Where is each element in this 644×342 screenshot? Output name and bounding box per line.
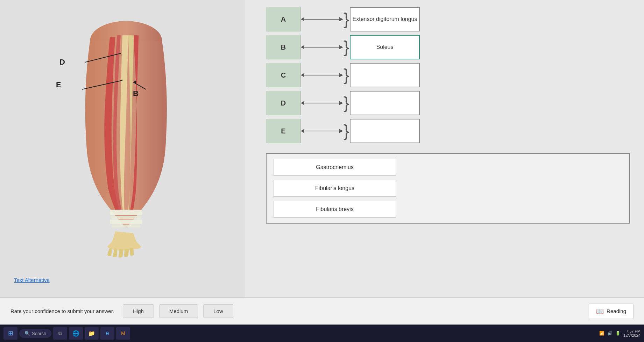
- match-label-d: D: [266, 91, 301, 115]
- label-b: B: [133, 89, 139, 98]
- label-d: D: [59, 58, 65, 67]
- start-button[interactable]: ⊞: [3, 327, 17, 340]
- arrow-line-a: [301, 19, 343, 20]
- brace-d: }: [344, 95, 349, 111]
- low-confidence-button[interactable]: Low: [203, 304, 233, 318]
- right-panel: A } Extensor digitorum longus B }: [245, 0, 644, 304]
- matching-section: A } Extensor digitorum longus B }: [266, 7, 630, 143]
- arrow-line-e: [301, 131, 343, 131]
- taskbar: ⊞ 🔍 Search ⧉ 🌐 📁 e M 📶 🔊 🔋 7:57 PM 12/7/…: [0, 325, 644, 342]
- brace-c: }: [344, 67, 349, 83]
- search-icon: 🔍: [24, 331, 30, 336]
- bottom-bar: Rate your confidence to submit your answ…: [0, 297, 644, 325]
- arrow-connector-a: [301, 19, 343, 20]
- brace-b: }: [344, 39, 349, 56]
- left-panel: D E B Text Alternative: [0, 0, 245, 304]
- windows-icon: ⊞: [8, 329, 13, 337]
- medium-confidence-button[interactable]: Medium: [159, 304, 198, 318]
- reading-icon: 📖: [596, 307, 604, 315]
- option-gastrocnemius[interactable]: Gastrocnemius: [274, 159, 396, 176]
- answer-box-c[interactable]: [350, 63, 420, 87]
- high-confidence-button[interactable]: High: [123, 304, 154, 318]
- arrow-connector-b: [301, 47, 343, 48]
- arrow-connector-d: [301, 103, 343, 103]
- answer-box-b[interactable]: Soleus: [350, 35, 420, 59]
- answer-options-section: Gastrocnemius Fibularis longus Fibularis…: [266, 153, 630, 224]
- volume-icon: 🔊: [607, 331, 613, 336]
- taskbar-right: 📶 🔊 🔋 7:57 PM 12/7/2024: [599, 329, 641, 337]
- answer-box-e[interactable]: [350, 119, 420, 143]
- reading-button[interactable]: 📖 Reading: [589, 304, 634, 319]
- match-row-e: E }: [266, 119, 630, 143]
- text-alternative-link[interactable]: Text Alternative: [14, 277, 50, 283]
- label-e: E: [56, 80, 61, 89]
- arrow-connector-e: [301, 131, 343, 131]
- battery-icon: 🔋: [615, 331, 621, 336]
- match-label-a: A: [266, 7, 301, 31]
- match-row-c: C }: [266, 63, 630, 87]
- brace-a: }: [344, 11, 349, 28]
- wifi-icon: 📶: [599, 331, 604, 336]
- anatomy-image-container: D E B: [49, 19, 196, 264]
- match-row-b: B } Soleus: [266, 35, 630, 59]
- brace-e: }: [344, 123, 349, 139]
- taskbar-search[interactable]: 🔍 Search: [19, 329, 51, 338]
- edge-button[interactable]: e: [100, 327, 114, 340]
- answer-box-a[interactable]: Extensor digitorum longus: [350, 7, 420, 31]
- arrow-line-b: [301, 47, 343, 48]
- confidence-label: Rate your confidence to submit your answ…: [10, 308, 114, 314]
- task-view-button[interactable]: ⧉: [53, 327, 67, 340]
- svg-rect-4: [112, 225, 140, 227]
- match-row-d: D }: [266, 91, 630, 115]
- svg-rect-1: [110, 210, 142, 215]
- arrow-line-c: [301, 75, 343, 75]
- main-content: D E B Text Alternative A } Extensor digi…: [0, 0, 644, 304]
- match-row-a: A } Extensor digitorum longus: [266, 7, 630, 31]
- file-explorer-button[interactable]: 📁: [85, 327, 99, 340]
- option-fibularis-brevis[interactable]: Fibularis brevis: [274, 201, 396, 218]
- time-display: 7:57 PM 12/7/2024: [623, 329, 641, 337]
- search-label: Search: [32, 331, 46, 336]
- app-button-1[interactable]: M: [116, 327, 130, 340]
- arrow-line-d: [301, 103, 343, 103]
- svg-rect-2: [111, 216, 141, 219]
- match-label-b: B: [266, 35, 301, 59]
- svg-rect-3: [110, 219, 142, 224]
- anatomy-svg: [49, 19, 196, 264]
- browser-button[interactable]: 🌐: [69, 327, 83, 340]
- arrow-connector-c: [301, 75, 343, 75]
- answer-box-d[interactable]: [350, 91, 420, 115]
- match-label-c: C: [266, 63, 301, 87]
- option-fibularis-longus[interactable]: Fibularis longus: [274, 180, 396, 197]
- match-label-e: E: [266, 119, 301, 143]
